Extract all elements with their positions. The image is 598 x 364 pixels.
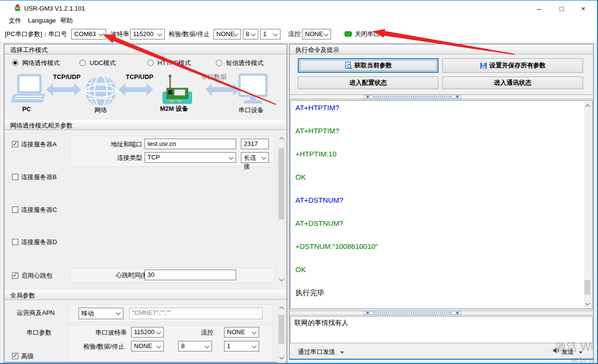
radio-net-transparent[interactable]: [12, 60, 18, 66]
splitter-arrow-icon: [366, 96, 370, 98]
apn-label: 运营商及APN: [17, 309, 55, 317]
scrollbar-thumb[interactable]: [585, 280, 590, 295]
send-via-serial-button[interactable]: 通过串口发送: [298, 348, 335, 356]
close-port-button[interactable]: 关闭串口: [355, 30, 380, 38]
scroll-down-icon[interactable]: [279, 355, 284, 360]
scroll-up-icon[interactable]: [279, 137, 284, 142]
chevron-down-icon: [324, 32, 329, 37]
carrier-select[interactable]: 移动: [79, 308, 123, 319]
menu-help[interactable]: 帮助: [60, 17, 73, 25]
chevron-down-icon: [251, 32, 256, 37]
chevron-down-icon: [252, 344, 257, 349]
radio-sms[interactable]: [216, 60, 222, 66]
scrollbar-thumb[interactable]: [279, 315, 284, 344]
arrow-pc-net-icon: [46, 83, 81, 96]
serial-parity-label: 检验/数据/停止: [83, 343, 124, 351]
app-window: USR-GM3 V1.2.1.101 – □ × 文件 Language 帮助 …: [0, 0, 598, 364]
menu-file[interactable]: 文件: [9, 17, 21, 25]
send-button[interactable]: 发送: [561, 348, 574, 356]
radio-httpd[interactable]: [147, 60, 154, 66]
splitter-arrow-icon: [455, 96, 459, 98]
menu-language[interactable]: Language: [28, 17, 56, 25]
chevron-down-icon: [229, 155, 234, 160]
radio-sms-label: 短信透传模式: [226, 59, 264, 67]
log-line: OK: [295, 265, 306, 273]
title-bar: USR-GM3 V1.2.1.101 – □ ×: [0, 1, 598, 15]
enter-comm-button[interactable]: 进入通讯状态: [442, 77, 583, 89]
send-textarea[interactable]: 联网的事情找有人: [290, 316, 593, 343]
server-b-checkbox[interactable]: [12, 174, 18, 180]
baud-select[interactable]: 115200: [130, 29, 165, 39]
splitter-top[interactable]: [290, 94, 593, 99]
radio-udc[interactable]: [80, 60, 86, 66]
set-save-params-button[interactable]: 设置并保存所有参数: [442, 58, 583, 73]
conn-type-select[interactable]: TCP: [145, 152, 236, 163]
scroll-down-icon[interactable]: [585, 301, 590, 306]
enter-config-button[interactable]: 进入配置状态: [298, 77, 439, 89]
server-d-checkbox[interactable]: [12, 239, 18, 245]
chevron-down-icon: [157, 344, 161, 349]
arrow-m2m-serial-icon: [205, 83, 240, 96]
log-line: AT+DSTNUM?: [295, 196, 343, 204]
node-label-serial: 串口设备: [239, 106, 264, 114]
advanced-label: 高级: [21, 352, 34, 360]
node-label-pc: PC: [22, 105, 31, 113]
link-label-serialdata: 串口数据: [201, 73, 226, 81]
scroll-up-icon[interactable]: [279, 307, 284, 312]
com-port-select[interactable]: COM63: [71, 29, 106, 39]
chevron-down-icon[interactable]: [579, 351, 583, 353]
serial-baud-select[interactable]: 115200: [131, 327, 164, 338]
keepalive-select[interactable]: 长连接: [241, 152, 269, 163]
chevron-down-icon: [205, 344, 210, 349]
global-params-header: 全局参数: [4, 290, 287, 300]
scroll-up-icon[interactable]: [585, 104, 590, 109]
log-scrollbar[interactable]: [584, 101, 592, 309]
radio-net-transparent-label: 网络透传模式: [22, 59, 60, 67]
scroll-down-icon[interactable]: [279, 277, 284, 282]
net-params-scrollbar[interactable]: [278, 133, 285, 284]
splitter-arrow-icon: [455, 312, 459, 314]
chevron-down-icon[interactable]: [340, 351, 344, 353]
maximize-button[interactable]: □: [551, 1, 572, 15]
apn-value-input[interactable]: "CMNET","","": [129, 308, 263, 319]
serial-stopbits-select[interactable]: 1: [224, 341, 259, 351]
serial-flow-select[interactable]: NONE: [224, 327, 259, 338]
chevron-down-icon: [99, 32, 104, 37]
serial-parity-select[interactable]: NONE: [131, 341, 164, 351]
node-label-net: 网络: [94, 106, 107, 114]
scrollbar-thumb[interactable]: [279, 148, 284, 220]
server-a-address-input[interactable]: test.usr.cn: [145, 139, 236, 149]
stopbits-select[interactable]: 1: [260, 29, 280, 39]
minimize-button[interactable]: –: [528, 1, 550, 15]
global-params-scrollbar[interactable]: [278, 303, 285, 363]
window-title: USR-GM3 V1.2.1.101: [24, 5, 85, 13]
chevron-down-icon: [252, 330, 257, 335]
server-a-port-input[interactable]: 2317: [241, 139, 269, 149]
log-line: +HTPTIM:10: [295, 150, 336, 158]
menu-bar: 文件 Language 帮助: [0, 15, 598, 26]
log-line: OK: [295, 173, 306, 181]
server-c-checkbox[interactable]: [12, 207, 18, 213]
flow-select[interactable]: NONE: [302, 29, 331, 39]
speaker-icon: [552, 347, 560, 354]
link-label-tcp1: TCP/UDP: [53, 73, 80, 81]
app-icon: [13, 4, 22, 12]
radio-udc-label: UDC模式: [90, 59, 116, 67]
send-input-text: 联网的事情找有人: [294, 319, 348, 327]
work-mode-header: 选择工作模式: [4, 44, 287, 54]
save-icon: [480, 62, 487, 69]
parity-select[interactable]: NONE: [213, 29, 241, 39]
search-doc-icon: [345, 62, 352, 69]
heartbeat-time-input[interactable]: 30: [145, 270, 236, 280]
heartbeat-checkbox[interactable]: [12, 273, 18, 279]
databits-select[interactable]: 8: [243, 29, 258, 39]
advanced-checkbox[interactable]: [12, 353, 18, 359]
serial-databits-select[interactable]: 8: [178, 341, 212, 351]
get-params-button[interactable]: 获取当前参数: [298, 58, 439, 73]
pc-icon: [18, 75, 40, 92]
close-button[interactable]: ×: [572, 1, 594, 15]
splitter-bottom[interactable]: [290, 311, 593, 315]
server-a-checkbox[interactable]: [12, 141, 18, 147]
node-label-m2m: M2M 设备: [160, 105, 188, 113]
heartbeat-label: 启用心跳包: [21, 272, 53, 280]
